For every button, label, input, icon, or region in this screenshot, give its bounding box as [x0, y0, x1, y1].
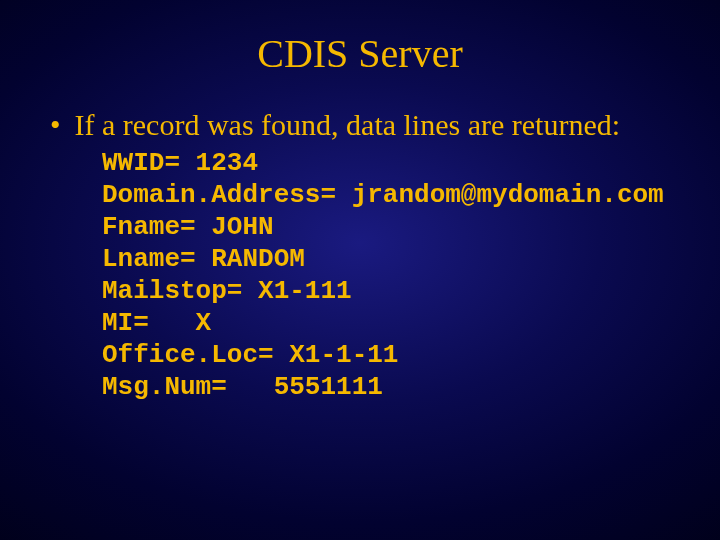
slide: CDIS Server • If a record was found, dat…: [0, 0, 720, 540]
bullet-icon: •: [50, 107, 61, 143]
code-line: WWID= 1234: [102, 147, 670, 179]
code-block: WWID= 1234Domain.Address= jrandom@mydoma…: [102, 147, 670, 403]
bullet-item: • If a record was found, data lines are …: [50, 107, 670, 143]
code-line: Msg.Num= 5551111: [102, 371, 670, 403]
code-line: Office.Loc= X1-1-11: [102, 339, 670, 371]
code-line: MI= X: [102, 307, 670, 339]
code-line: Domain.Address= jrandom@mydomain.com: [102, 179, 670, 211]
code-line: Fname= JOHN: [102, 211, 670, 243]
slide-title: CDIS Server: [50, 30, 670, 77]
code-line: Lname= RANDOM: [102, 243, 670, 275]
code-line: Mailstop= X1-111: [102, 275, 670, 307]
bullet-text: If a record was found, data lines are re…: [75, 107, 621, 143]
